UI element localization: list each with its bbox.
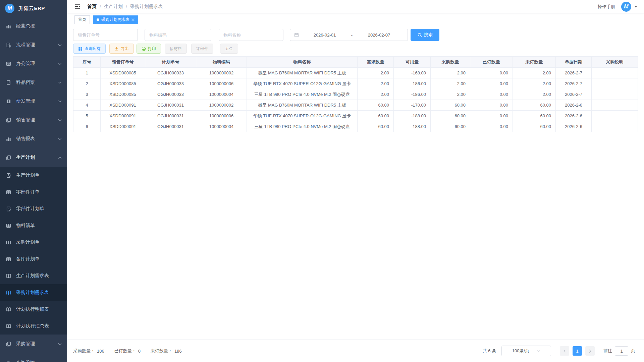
- sidebar-item-label: 备库计划单: [16, 256, 62, 262]
- export-label: 导出: [121, 46, 129, 52]
- active-dot-icon: [97, 18, 99, 21]
- notebook-icon: [6, 80, 11, 85]
- cell: XSDD000091: [101, 121, 145, 132]
- hardware-button[interactable]: 五金: [220, 44, 238, 54]
- doc-edit-icon: [6, 173, 11, 178]
- raw-material-button[interactable]: 原材料: [165, 44, 187, 54]
- tab-label: 首页: [78, 17, 86, 22]
- sidebar-item-workshop-settings[interactable]: 车间设置: [0, 353, 67, 362]
- collapse-sidebar-icon[interactable]: [74, 4, 80, 9]
- table-row[interactable]: 1 XSDD000085 CGJH000033 1000000002 微星 MA…: [73, 68, 638, 78]
- sidebar-item-sales-reports[interactable]: 销售报表: [0, 129, 67, 148]
- sidebar-item-plan-exec-detail[interactable]: 计划执行明细表: [0, 301, 67, 318]
- sidebar-item-materials-archive[interactable]: 料品档案: [0, 73, 67, 92]
- chevron-right-icon: [589, 349, 591, 353]
- gear-icon: [6, 360, 11, 362]
- cell: 2.00: [513, 68, 556, 78]
- sidebar-item-label: 生产计划单: [16, 172, 62, 178]
- cell: 60.00: [358, 121, 394, 132]
- sidebar-item-purchase-plan-order[interactable]: 采购计划单: [0, 234, 67, 251]
- cell: -170.00: [394, 100, 431, 111]
- material-code-input[interactable]: [145, 29, 211, 41]
- parts-label: 零部件: [196, 46, 208, 52]
- sidebar-item-label: 零部件计划单: [16, 206, 62, 212]
- demand-table: 序号 销售订单号 计划单号 物料编码 物料名称 需求数量 可用量 采购数量 已订…: [73, 56, 638, 132]
- caret-down-icon[interactable]: [634, 6, 637, 8]
- sales-order-input[interactable]: [73, 29, 138, 41]
- table-row[interactable]: 3 XSDD000085 CGJH000033 1000000004 三星 1T…: [73, 89, 638, 100]
- avatar[interactable]: M: [621, 2, 631, 12]
- parts-button[interactable]: 零部件: [191, 44, 213, 54]
- goto-page-input[interactable]: [615, 346, 628, 356]
- sidebar-item-plan-exec-summary[interactable]: 计划执行汇总表: [0, 318, 67, 335]
- cell: 0.00: [470, 100, 513, 111]
- office-icon: [6, 61, 11, 66]
- tab-home[interactable]: 首页: [74, 15, 90, 24]
- grid-icon: [78, 47, 83, 51]
- print-button[interactable]: 打印: [137, 44, 161, 54]
- cell: [592, 111, 638, 121]
- search-button[interactable]: 搜索: [411, 29, 439, 41]
- column-header: 需求数量: [358, 57, 394, 68]
- sidebar-item-label: 生产计划: [16, 155, 58, 161]
- sidebar-item-office-mgmt[interactable]: 办公管理: [0, 54, 67, 73]
- next-page-button[interactable]: [585, 346, 595, 356]
- rnd-box-icon: [6, 99, 11, 104]
- close-icon[interactable]: [131, 18, 135, 21]
- breadcrumb-separator: /: [126, 4, 127, 9]
- open-book-icon: [6, 307, 11, 312]
- column-header: 销售订单号: [101, 57, 145, 68]
- cell: 4: [73, 100, 101, 111]
- sidebar-item-production-plan[interactable]: 生产计划: [0, 148, 67, 167]
- sidebar-item-business-overview[interactable]: 经营总控: [0, 17, 67, 36]
- unordered-qty-label: 未订数量：: [151, 348, 172, 354]
- column-header: 物料编码: [196, 57, 247, 68]
- tab-purchase-plan-demand[interactable]: 采购计划需求表: [93, 15, 138, 24]
- breadcrumb-home[interactable]: 首页: [87, 4, 97, 10]
- cell: XSDD000091: [101, 111, 145, 121]
- sidebar-item-parts-plan-order[interactable]: 零部件计划单: [0, 200, 67, 217]
- chevron-down-icon: [58, 81, 62, 84]
- sidebar-item-rnd-mgmt[interactable]: 研发管理: [0, 92, 67, 111]
- table-row[interactable]: 4 XSDD000091 CGJH000031 1000000002 微星 MA…: [73, 100, 638, 111]
- sidebar-item-label: 计划执行明细表: [16, 306, 62, 312]
- table-row[interactable]: 6 XSDD000091 CGJH000031 1000000004 三星 1T…: [73, 121, 638, 132]
- goto-label: 前往: [603, 348, 612, 354]
- sidebar-item-parts-order[interactable]: 零部件订单: [0, 184, 67, 200]
- cell: -168.00: [394, 68, 431, 78]
- breadcrumb-item: 采购计划需求表: [130, 4, 163, 10]
- copy-icon: [6, 117, 11, 123]
- sidebar-item-purchase-mgmt[interactable]: 采购管理: [0, 335, 67, 353]
- sidebar-item-production-plan-order[interactable]: 生产计划单: [0, 167, 67, 184]
- prev-page-button[interactable]: [560, 346, 569, 356]
- cell: 1000000002: [196, 68, 247, 78]
- sidebar-item-label: 研发管理: [16, 98, 58, 104]
- chevron-down-icon: [58, 63, 62, 65]
- cell: -186.00: [394, 78, 431, 89]
- table-row[interactable]: 2 XSDD000085 CGJH000033 1000000006 华硕 TU…: [73, 78, 638, 89]
- breadcrumb-item[interactable]: 生产计划: [104, 4, 123, 10]
- sidebar-item-stock-plan-order[interactable]: 备库计划单: [0, 251, 67, 267]
- date-end[interactable]: 2026-02-07: [355, 33, 404, 38]
- sidebar-item-purchase-plan-demand[interactable]: 采购计划需求表: [0, 284, 67, 301]
- export-button[interactable]: 导出: [109, 44, 134, 54]
- date-range-picker[interactable]: 2026-02-01 - 2026-02-07: [290, 29, 408, 41]
- material-name-input[interactable]: [219, 29, 283, 41]
- query-all-button[interactable]: 查询所有: [73, 44, 106, 54]
- sidebar-item-label: 生产计划需求表: [16, 273, 62, 279]
- sidebar-item-production-plan-demand[interactable]: 生产计划需求表: [0, 267, 67, 284]
- open-book-icon: [6, 323, 11, 329]
- sidebar: M 升阳云ERP 经营总控 流程管理 办公管理 料品档案 研发管理 销售管理 销…: [0, 0, 67, 362]
- manual-link[interactable]: 操作手册: [598, 4, 615, 10]
- page-number-button[interactable]: 1: [573, 346, 582, 356]
- sidebar-item-label: 销售管理: [16, 117, 58, 123]
- date-start[interactable]: 2026-02-01: [300, 33, 349, 38]
- table-row[interactable]: 5 XSDD000091 CGJH000031 1000000006 华硕 TU…: [73, 111, 638, 121]
- page-size-select[interactable]: 100条/页: [501, 346, 551, 356]
- sidebar-item-sales-mgmt[interactable]: 销售管理: [0, 111, 67, 129]
- sidebar-item-process-mgmt[interactable]: 流程管理: [0, 36, 67, 54]
- printer-icon: [142, 47, 146, 51]
- cell: 三星 1TB 980 PRO PCIe 4.0 NVMe M.2 固态硬盘: [247, 121, 358, 132]
- app-logo: M 升阳云ERP: [0, 0, 67, 17]
- sidebar-item-bom-list[interactable]: 物料清单: [0, 217, 67, 234]
